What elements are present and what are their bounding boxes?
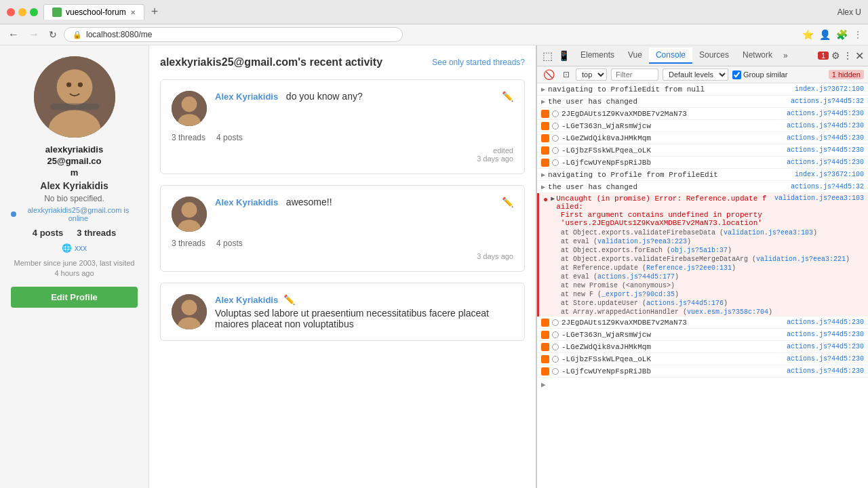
post3-content: Voluptas sed labore ut praesentium neces…: [215, 308, 513, 329]
err-link-2[interactable]: validation.js?eea3:223: [597, 238, 687, 245]
console-source-7[interactable]: actions.js?44d5:230: [787, 159, 864, 166]
tab-vue[interactable]: Vue: [621, 47, 649, 64]
log-level-select[interactable]: Default levels: [663, 68, 728, 81]
console-row-fb2-2: -LGeT363n_WjaRsmWjcw actions.js?44d5:230: [537, 329, 868, 341]
err-link-3[interactable]: obj.js?5a1b:37: [671, 247, 728, 254]
see-only-link[interactable]: See only started threads?: [432, 58, 525, 67]
console-filter-input[interactable]: [611, 68, 658, 81]
profile-link[interactable]: 🌐 xxx: [62, 243, 87, 253]
console-source-1[interactable]: index.js?3672:100: [795, 85, 864, 93]
reload-btn[interactable]: ↻: [46, 28, 60, 41]
online-text: alexkyriakidis25@gmail.com is online: [19, 206, 138, 222]
user-icon[interactable]: 👤: [819, 29, 831, 40]
responsive-btn[interactable]: 📱: [557, 49, 571, 62]
circle-icon-5: [552, 135, 559, 142]
console-source-b2[interactable]: actions.js?44d5:230: [787, 331, 864, 338]
forward-btn[interactable]: →: [26, 27, 42, 42]
thread-post-2: Alex Kyriakidis awesome!! ✏️ 3 threads 4…: [160, 185, 525, 272]
profile-online: alexkyriakidis25@gmail.com is online: [11, 206, 138, 222]
console-row-6: -LGjbzFSskWLPqea_oLK actions.js?44d5:230: [537, 144, 868, 157]
expand-triangle[interactable]: ▶: [551, 195, 555, 203]
console-row-7: -LGjfcwUYeNpFspRiJBb actions.js?44d5:230: [537, 157, 868, 169]
address-bar[interactable]: 🔒 localhost:8080/me: [64, 27, 403, 42]
browser-tab[interactable]: vueschool-forum ✕: [43, 4, 144, 20]
console-source-b3[interactable]: actions.js?44d5:230: [787, 343, 864, 350]
clear-console-btn[interactable]: 🚫: [541, 68, 557, 81]
traffic-light-green[interactable]: [30, 8, 38, 16]
console-source-3[interactable]: actions.js?44d5:230: [787, 110, 864, 117]
title-text: alexkyriakis25@gmail.com's recent activi…: [160, 56, 382, 68]
inspect-element-btn[interactable]: ⬚: [541, 48, 554, 64]
console-row-4: -LGeT363n_WjaRsmWjcw actions.js?44d5:230: [537, 120, 868, 132]
edit-profile-button[interactable]: Edit Profile: [11, 287, 138, 308]
post1-edit-icon[interactable]: ✏️: [502, 91, 513, 102]
console-msg-b4: -LGjbzFSskWLPqea_oLK: [561, 355, 787, 363]
error-main-msg: Uncaught (in promise) Error: Reference.u…: [556, 195, 769, 227]
post2-author[interactable]: Alex Kyriakidis: [215, 197, 278, 207]
thread-post-3: Alex Kyriakidis ✏️ Voluptas sed labore u…: [160, 283, 525, 341]
console-msg-3: 2JEgDAUts1Z9KvaXMDBE7v2MaN73: [561, 110, 787, 118]
fb-icon-6: [541, 146, 549, 155]
back-btn[interactable]: ←: [5, 27, 22, 42]
tab-console[interactable]: Console: [649, 47, 692, 64]
devtools-more-options-btn[interactable]: ⋮: [843, 50, 852, 61]
console-row-8: ▶ navigating to Profile from ProfileEdit…: [537, 169, 868, 181]
console-source-4[interactable]: actions.js?44d5:230: [787, 122, 864, 129]
console-source-5[interactable]: actions.js?44d5:230: [787, 134, 864, 142]
context-select[interactable]: top: [576, 68, 607, 81]
post3-edit-icon[interactable]: ✏️: [283, 294, 295, 305]
content-title: alexkyriakis25@gmail.com's recent activi…: [160, 56, 382, 68]
console-output: ▶ navigating to ProfileEdit from null in…: [537, 83, 868, 488]
fb-icon-b4: [541, 355, 549, 363]
tab-network[interactable]: Network: [736, 47, 779, 64]
circle-icon-4: [552, 123, 559, 129]
group-similar-label[interactable]: Group similar: [732, 70, 787, 79]
bookmark-icon[interactable]: ⭐: [802, 29, 814, 40]
console-source-b5[interactable]: actions.js?44d5:230: [787, 367, 864, 375]
console-row-fb2-4: -LGjbzFSskWLPqea_oLK actions.js?44d5:230: [537, 353, 868, 365]
console-source-2[interactable]: actions.js?44d5:32: [791, 98, 864, 105]
tab-bar: vueschool-forum ✕ +: [43, 4, 832, 20]
post1-author[interactable]: Alex Kyriakidis: [215, 92, 278, 102]
console-msg-4: -LGeT363n_WjaRsmWjcw: [561, 122, 787, 130]
preserve-log-btn[interactable]: ⊡: [561, 69, 572, 80]
devtools-close-btn[interactable]: ✕: [855, 49, 864, 62]
error-source-main[interactable]: validation.js?eea3:103: [769, 195, 864, 202]
console-msg-9: the user has changed: [548, 183, 791, 191]
post3-author[interactable]: Alex Kyriakidis: [215, 295, 278, 305]
error-stack-4: at Object.exports.validateFirebaseMergeD…: [539, 255, 868, 264]
console-source-6[interactable]: actions.js?44d5:230: [787, 146, 864, 154]
console-source-9[interactable]: actions.js?44d5:32: [791, 183, 864, 190]
arrow-icon-9: ▶: [541, 183, 545, 191]
arrow-icon-8: ▶: [541, 171, 545, 179]
devtools-settings-btn[interactable]: ⚙: [831, 50, 840, 61]
post1-timestamp: edited3 days ago: [477, 146, 513, 163]
tab-elements[interactable]: Elements: [574, 47, 621, 64]
console-source-8[interactable]: index.js?3672:100: [795, 171, 864, 178]
post2-edit-icon[interactable]: ✏️: [502, 197, 513, 207]
console-source-b4[interactable]: actions.js?44d5:230: [787, 355, 864, 363]
err-link-8[interactable]: _export.js?90cd:35: [601, 291, 675, 298]
new-tab-btn[interactable]: +: [147, 5, 163, 19]
group-similar-checkbox[interactable]: [732, 70, 741, 79]
err-link-9[interactable]: actions.js?44d5:176: [646, 300, 724, 307]
err-link-6[interactable]: actions.js?44d5:177: [597, 273, 675, 281]
fb-icon-b2: [541, 331, 549, 339]
online-indicator: [11, 211, 16, 217]
err-link-1[interactable]: validation.js?eea3:103: [724, 229, 813, 237]
error-icon: ●: [543, 195, 548, 205]
error-badge: 1: [818, 52, 829, 60]
extensions-icon[interactable]: 🧩: [836, 29, 848, 40]
traffic-light-yellow[interactable]: [18, 8, 26, 16]
traffic-light-red[interactable]: [7, 8, 15, 16]
err-link-5[interactable]: Reference.js?2ee0:131: [646, 264, 732, 272]
settings-icon[interactable]: ⋮: [853, 29, 863, 40]
tab-sources[interactable]: Sources: [692, 47, 736, 64]
tab-more[interactable]: »: [779, 47, 792, 64]
svg-rect-5: [50, 104, 99, 110]
tab-close-icon[interactable]: ✕: [130, 9, 136, 16]
console-source-b1[interactable]: actions.js?44d5:230: [787, 319, 864, 326]
fb-icon-7: [541, 159, 549, 167]
err-link-4[interactable]: validation.js?eea3:221: [756, 256, 846, 263]
err-link-10[interactable]: vuex.esm.js?358c:704: [687, 308, 768, 316]
